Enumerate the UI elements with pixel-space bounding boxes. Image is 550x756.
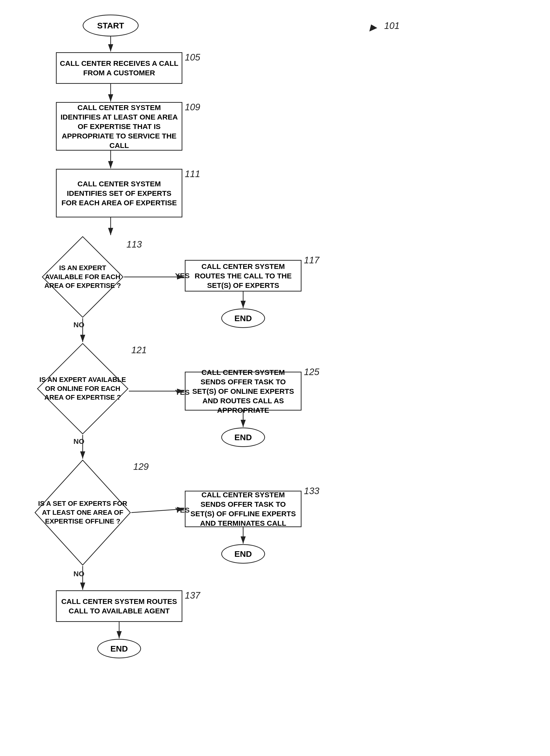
ref-113: 113: [126, 239, 142, 250]
yes-label-1: YES: [175, 272, 190, 280]
end-node-2: END: [221, 428, 265, 447]
ref-105: 105: [185, 52, 200, 63]
start-node: START: [83, 15, 139, 36]
yes-label-3: YES: [175, 506, 190, 514]
ref-121: 121: [131, 345, 147, 355]
no-label-3: NO: [73, 570, 84, 578]
ref-109: 109: [185, 102, 200, 112]
node-111: CALL CENTER SYSTEM IDENTIFIES SET OF EXP…: [56, 169, 182, 217]
no-label-2: NO: [73, 437, 84, 446]
flowchart-diagram: ▶ 101 START CALL CENTER RECEIVES A CALL …: [0, 0, 550, 756]
node-117: CALL CENTER SYSTEM ROUTES THE CALL TO TH…: [185, 260, 302, 292]
node-129: IS A SET OF EXPERTS FOR AT LEAST ONE ARE…: [34, 459, 131, 566]
node-129-text: IS A SET OF EXPERTS FOR AT LEAST ONE ARE…: [34, 497, 131, 528]
ref-125: 125: [304, 367, 319, 377]
node-113: IS AN EXPERT AVAILABLE FOR EACH AREA OF …: [41, 236, 124, 318]
node-125: CALL CENTER SYSTEM SENDS OFFER TASK TO S…: [185, 372, 302, 411]
node-105: CALL CENTER RECEIVES A CALL FROM A CUSTO…: [56, 52, 182, 84]
end-node-3: END: [221, 544, 265, 564]
diagram-ref-arrow: ▶: [370, 22, 377, 33]
ref-111: 111: [185, 169, 200, 179]
node-121: IS AN EXPERT AVAILABLE OR ONLINE FOR EAC…: [36, 343, 129, 435]
no-label-1: NO: [73, 321, 84, 329]
ref-117: 117: [304, 255, 319, 266]
end-node-1: END: [221, 309, 265, 328]
node-121-text: IS AN EXPERT AVAILABLE OR ONLINE FOR EAC…: [36, 373, 129, 404]
node-133: CALL CENTER SYSTEM SENDS OFFER TASK TO S…: [185, 491, 302, 527]
end-node-4: END: [97, 639, 141, 658]
node-137: CALL CENTER SYSTEM ROUTES CALL TO AVAILA…: [56, 590, 182, 622]
diagram-ref-label: 101: [384, 21, 400, 31]
node-109: CALL CENTER SYSTEM IDENTIFIES AT LEAST O…: [56, 102, 182, 151]
ref-137: 137: [185, 590, 200, 601]
yes-label-2: YES: [175, 388, 190, 396]
ref-129: 129: [133, 462, 148, 472]
node-113-text: IS AN EXPERT AVAILABLE FOR EACH AREA OF …: [41, 261, 124, 292]
ref-133: 133: [304, 486, 319, 496]
